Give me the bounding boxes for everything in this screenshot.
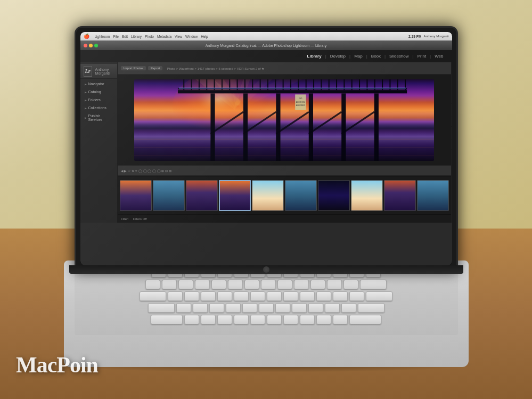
module-print[interactable]: Print: [414, 53, 429, 60]
key-equals[interactable]: [343, 280, 358, 289]
menu-file[interactable]: File: [113, 35, 118, 38]
key-4[interactable]: [211, 280, 226, 289]
key-7[interactable]: [261, 280, 276, 289]
key-e[interactable]: [201, 291, 216, 301]
panel-item-folders[interactable]: Folders: [80, 97, 117, 103]
module-map[interactable]: Map: [351, 53, 366, 60]
lr-main-area: Lr Anthony Morganti Navigator Catalog Fo…: [80, 62, 452, 223]
key-9[interactable]: [294, 280, 309, 289]
metadata-header[interactable]: Metadata: [452, 142, 452, 148]
key-h[interactable]: [259, 303, 274, 313]
key-i[interactable]: [283, 291, 298, 301]
key-semicolon[interactable]: [325, 303, 340, 313]
panel-item-navigator[interactable]: Navigator: [80, 81, 117, 87]
import-button[interactable]: Import Photos: [121, 66, 146, 70]
key-m[interactable]: [283, 315, 298, 324]
key-c[interactable]: [217, 315, 232, 324]
key-comma[interactable]: [300, 315, 315, 324]
module-develop[interactable]: Develop: [327, 53, 349, 60]
filmstrip-thumb-9[interactable]: [384, 180, 416, 211]
filter-value[interactable]: Filters Off: [133, 217, 147, 221]
panel-item-collections[interactable]: Collections: [80, 105, 117, 111]
key-n[interactable]: [267, 315, 282, 324]
apple-logo-icon[interactable]: 🍎: [84, 34, 89, 39]
key-j[interactable]: [275, 303, 290, 313]
filmstrip-thumb-3[interactable]: [186, 180, 218, 211]
key-5[interactable]: [228, 280, 243, 289]
key-o[interactable]: [300, 291, 315, 301]
key-tab[interactable]: [140, 291, 166, 301]
key-u[interactable]: [267, 291, 282, 301]
key-bracket-right[interactable]: [349, 291, 364, 301]
menu-library[interactable]: Library: [131, 35, 142, 38]
minimize-button[interactable]: [89, 44, 93, 47]
module-web[interactable]: Web: [431, 53, 446, 60]
key-t[interactable]: [234, 291, 249, 301]
key-0[interactable]: [310, 280, 325, 289]
module-book[interactable]: Book: [368, 53, 384, 60]
menu-edit[interactable]: Edit: [122, 35, 128, 38]
filmstrip-thumb-7[interactable]: [318, 180, 350, 211]
key-minus[interactable]: [327, 280, 342, 289]
keywording-header[interactable]: Keywording: [452, 119, 452, 125]
lr-filmstrip[interactable]: [118, 176, 451, 214]
key-return[interactable]: [358, 303, 384, 313]
key-s[interactable]: [193, 303, 208, 313]
keyword-list-header[interactable]: Keyword List: [452, 128, 452, 138]
comments-header[interactable]: Comments: [452, 151, 452, 157]
export-button[interactable]: Export: [148, 66, 162, 70]
key-backslash[interactable]: [366, 291, 392, 301]
key-f[interactable]: [226, 303, 241, 313]
module-slideshow[interactable]: Slideshow: [386, 53, 412, 60]
filmstrip-thumb-1[interactable]: [120, 180, 152, 211]
filmstrip-thumb-10[interactable]: [417, 180, 449, 211]
histogram-header[interactable]: Histogram: [452, 64, 452, 70]
key-quote[interactable]: [341, 303, 356, 313]
key-slash[interactable]: [333, 315, 348, 324]
key-r[interactable]: [217, 291, 232, 301]
key-l[interactable]: [308, 303, 323, 313]
key-d[interactable]: [209, 303, 224, 313]
close-button[interactable]: [84, 44, 87, 47]
key-q[interactable]: [168, 291, 183, 301]
key-caps[interactable]: [148, 303, 175, 313]
panel-item-catalog[interactable]: Catalog: [80, 89, 117, 95]
key-backspace[interactable]: [360, 280, 387, 289]
filmstrip-thumb-2[interactable]: [153, 180, 185, 211]
module-separator-1: |: [325, 54, 326, 59]
maximize-button[interactable]: [94, 44, 98, 47]
menu-metadata[interactable]: Metadata: [157, 35, 171, 38]
key-2[interactable]: [178, 280, 193, 289]
filmstrip-thumb-6[interactable]: [285, 180, 317, 211]
panel-item-publish-services[interactable]: Publish Services: [80, 113, 117, 123]
key-8[interactable]: [277, 280, 292, 289]
key-shift-right[interactable]: [349, 315, 381, 324]
filmstrip-thumb-4-selected[interactable]: [219, 180, 251, 211]
filmstrip-thumb-5[interactable]: [252, 180, 284, 211]
key-v[interactable]: [234, 315, 249, 324]
menu-window[interactable]: Window: [185, 35, 198, 38]
key-backtick[interactable]: [145, 280, 160, 289]
key-3[interactable]: [195, 280, 210, 289]
filmstrip-thumb-8[interactable]: [351, 180, 383, 211]
menu-help[interactable]: Help: [201, 35, 208, 38]
menu-photo[interactable]: Photo: [145, 35, 154, 38]
quick-develop-header[interactable]: Quick Develop: [452, 105, 452, 115]
key-6[interactable]: [244, 280, 259, 289]
key-1[interactable]: [162, 280, 177, 289]
key-k[interactable]: [292, 303, 307, 313]
key-period[interactable]: [316, 315, 331, 324]
key-z[interactable]: [184, 315, 199, 324]
key-g[interactable]: [242, 303, 257, 313]
module-library[interactable]: Library: [304, 53, 325, 60]
key-x[interactable]: [201, 315, 216, 324]
key-w[interactable]: [184, 291, 199, 301]
menu-lightroom[interactable]: Lightroom: [95, 35, 110, 38]
menu-view[interactable]: View: [175, 35, 182, 38]
key-a[interactable]: [176, 303, 191, 313]
key-shift-left[interactable]: [151, 315, 183, 324]
key-p[interactable]: [316, 291, 331, 301]
key-b[interactable]: [250, 315, 265, 324]
key-bracket-left[interactable]: [333, 291, 348, 301]
key-y[interactable]: [250, 291, 265, 301]
